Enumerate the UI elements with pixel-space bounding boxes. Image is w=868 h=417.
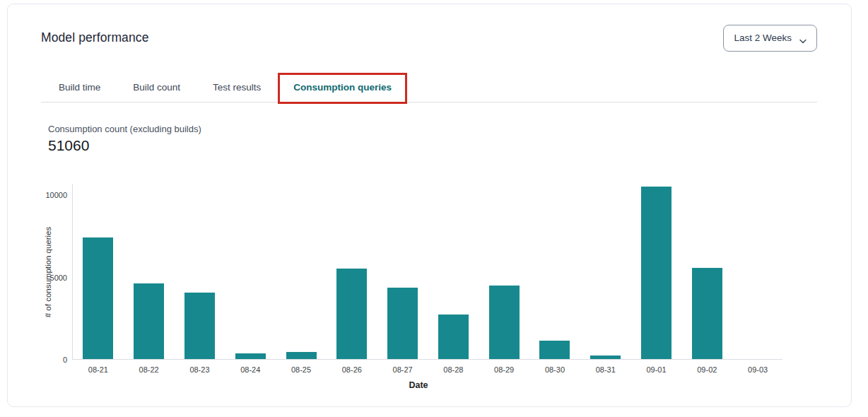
x-axis-tick-label: 09-02: [681, 365, 732, 374]
chevron-down-icon: [799, 35, 807, 40]
metric: Consumption count (excluding builds) 510…: [48, 124, 817, 155]
date-range-value: Last 2 Weeks: [734, 33, 792, 43]
y-axis-title: # of consumption queries: [44, 227, 52, 318]
x-axis-tick-label: 08-28: [428, 365, 479, 374]
bar-08-26[interactable]: [336, 269, 367, 359]
bar-08-30[interactable]: [539, 341, 570, 359]
bar-08-24[interactable]: [235, 353, 266, 359]
bar-08-29[interactable]: [489, 286, 520, 359]
x-axis-tick-label: 08-26: [327, 365, 377, 374]
x-axis-tick-label: 08-24: [225, 365, 276, 374]
y-axis-tick-label: 10000: [39, 191, 67, 199]
card-header: Model performance Last 2 Weeks: [41, 24, 817, 52]
x-axis-tick-label: 08-30: [529, 365, 580, 374]
consumption-queries-chart: # of consumption queries 050001000008-21…: [8, 184, 851, 396]
bar-08-27[interactable]: [387, 288, 418, 359]
bar-08-23[interactable]: [184, 293, 215, 359]
x-axis-title: Date: [72, 380, 765, 390]
bar-08-22[interactable]: [134, 283, 164, 359]
page-title: Model performance: [41, 30, 148, 45]
x-axis-tick-label: 08-29: [479, 365, 529, 374]
x-axis-tick-label: 08-31: [580, 365, 631, 374]
bar-08-25[interactable]: [286, 352, 317, 359]
bar-08-21[interactable]: [83, 237, 113, 359]
bar-08-28[interactable]: [438, 315, 469, 359]
model-performance-card: Model performance Last 2 Weeks Build tim…: [7, 4, 852, 407]
tab-test-results[interactable]: Test results: [213, 82, 261, 93]
plot-area: 050001000008-2108-2208-2308-2408-2508-26…: [72, 184, 782, 360]
tabs: Build timeBuild countTest resultsConsump…: [41, 82, 817, 102]
metric-label: Consumption count (excluding builds): [48, 124, 817, 134]
x-axis-tick-label: 09-01: [631, 365, 682, 374]
x-axis-tick-label: 08-21: [73, 365, 124, 374]
x-axis-tick-label: 08-22: [124, 365, 175, 374]
bar-09-02[interactable]: [692, 268, 722, 359]
y-axis-tick-label: 5000: [39, 274, 67, 282]
annotation-highlight-box: [278, 73, 407, 104]
tab-consumption-queries[interactable]: Consumption queries: [293, 82, 392, 93]
date-range-selector[interactable]: Last 2 Weeks: [723, 25, 817, 52]
tab-build-count[interactable]: Build count: [133, 82, 180, 93]
y-axis-tick-label: 0: [39, 356, 67, 364]
tab-build-time[interactable]: Build time: [59, 82, 100, 93]
bar-09-01[interactable]: [641, 187, 671, 359]
bar-08-31[interactable]: [590, 356, 621, 359]
x-axis-tick-label: 09-03: [732, 365, 783, 374]
x-axis-tick-label: 08-27: [377, 365, 428, 374]
x-axis-tick-label: 08-23: [174, 365, 225, 374]
metric-value: 51060: [48, 136, 817, 155]
x-axis-tick-label: 08-25: [276, 365, 327, 374]
